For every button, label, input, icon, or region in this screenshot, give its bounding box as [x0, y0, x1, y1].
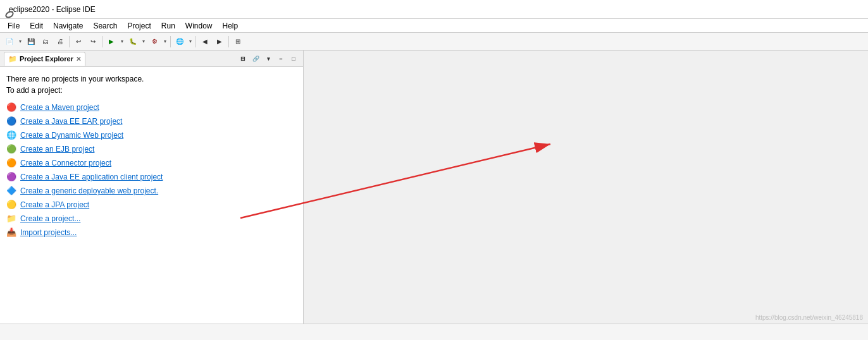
debug-dropdown[interactable]: ▾ — [140, 35, 147, 49]
save-btn[interactable]: 💾 — [24, 35, 38, 49]
jpa-icon: 🟡 — [6, 200, 16, 210]
left-panel: 📁 Project Explorer ✕ ⊟ 🔗 ▾ − □ There are… — [0, 51, 304, 324]
menu-item-edit[interactable]: Edit — [25, 20, 48, 32]
sep3 — [170, 36, 171, 47]
perspective-btn[interactable]: ⊞ — [231, 35, 245, 49]
sep1 — [69, 36, 70, 47]
minimize-btn[interactable]: − — [275, 53, 287, 64]
watermark: https://blog.csdn.net/weixin_46245818 — [755, 314, 863, 321]
view-menu-btn[interactable]: ▾ — [263, 53, 274, 64]
editor-area: https://blog.csdn.net/weixin_46245818 — [304, 51, 868, 324]
menu-item-file[interactable]: File — [3, 20, 25, 32]
project-link-item: 🔵Create a Java EE EAR project — [6, 116, 297, 126]
new-file-dropdown[interactable]: ▾ — [17, 35, 23, 49]
next-edit-btn[interactable]: ▶ — [213, 35, 226, 49]
prev-edit-btn[interactable]: ◀ — [198, 35, 212, 49]
project-link-item: 📥Import projects... — [6, 228, 297, 238]
project-link-item: 🟣Create a Java EE application client pro… — [6, 172, 297, 182]
save-all-btn[interactable]: 🗂 — [39, 35, 53, 49]
web-icon: 🌐 — [6, 130, 16, 140]
project-explorer-label: Project Explorer — [20, 55, 73, 63]
deployable-icon: 🔷 — [6, 186, 16, 196]
project-link-2[interactable]: Create a Dynamic Web project — [20, 131, 123, 140]
javaee-icon: 🔵 — [6, 116, 16, 126]
connector-icon: 🟠 — [6, 158, 16, 168]
undo-btn[interactable]: ↩ — [71, 35, 85, 49]
appclient-icon: 🟣 — [6, 172, 16, 182]
menu-item-search[interactable]: Search — [88, 20, 122, 32]
project-link-7[interactable]: Create a JPA project — [20, 200, 89, 209]
project-explorer-tab[interactable]: 📁 Project Explorer ✕ — [4, 52, 85, 66]
project-icon: 📁 — [6, 214, 16, 224]
project-link-6[interactable]: Create a generic deployable web project. — [20, 186, 158, 195]
print-btn[interactable]: 🖨 — [53, 35, 67, 49]
server-dropdown[interactable]: ▾ — [187, 35, 194, 49]
ejb-icon: 🟢 — [6, 144, 16, 154]
no-projects-line1: There are no projects in your workspace. — [6, 73, 297, 85]
redo-btn[interactable]: ↪ — [86, 35, 100, 49]
link-with-editor-btn[interactable]: 🔗 — [250, 53, 261, 64]
project-link-5[interactable]: Create a Java EE application client proj… — [20, 173, 163, 181]
new-file-btn[interactable]: 📄 — [3, 35, 16, 49]
ext-tools-btn[interactable]: ⚙ — [147, 35, 161, 49]
project-explorer-icon: 📁 — [8, 55, 17, 63]
menu-item-help[interactable]: Help — [218, 20, 244, 32]
project-link-item: 🔴Create a Maven project — [6, 102, 297, 112]
sep4 — [195, 36, 196, 47]
menu-item-navigate[interactable]: Navigate — [48, 20, 88, 32]
project-link-0[interactable]: Create a Maven project — [20, 103, 99, 112]
maven-icon: 🔴 — [6, 102, 16, 112]
project-link-item: 🟢Create an EJB project — [6, 144, 297, 154]
main-layout: 📁 Project Explorer ✕ ⊟ 🔗 ▾ − □ There are… — [0, 51, 868, 324]
window-title: eclipse2020 - Eclipse IDE — [9, 5, 96, 14]
run-dropdown[interactable]: ▾ — [119, 35, 125, 49]
import-icon: 📥 — [6, 228, 16, 238]
menu-bar: FileEditNavigateSearchProjectRunWindowHe… — [0, 19, 868, 33]
maximize-btn[interactable]: □ — [288, 53, 299, 64]
project-link-item: 🌐Create a Dynamic Web project — [6, 130, 297, 140]
project-link-9[interactable]: Import projects... — [20, 228, 77, 237]
server-btn[interactable]: 🌐 — [173, 35, 187, 49]
menu-item-run[interactable]: Run — [156, 20, 180, 32]
project-link-item: 🟡Create a JPA project — [6, 200, 297, 210]
project-link-item: 🟠Create a Connector project — [6, 158, 297, 168]
panel-header: 📁 Project Explorer ✕ ⊟ 🔗 ▾ − □ — [0, 51, 303, 67]
project-links-list: 🔴Create a Maven project🔵Create a Java EE… — [6, 102, 297, 238]
sep2 — [102, 36, 102, 47]
menu-item-window[interactable]: Window — [180, 20, 218, 32]
menu-item-project[interactable]: Project — [122, 20, 156, 32]
panel-close-btn[interactable]: ✕ — [76, 56, 81, 63]
project-link-item: 🔷Create a generic deployable web project… — [6, 186, 297, 196]
panel-content: There are no projects in your workspace.… — [0, 67, 303, 324]
ext-tools-dropdown[interactable]: ▾ — [162, 35, 168, 49]
no-projects-line2: To add a project: — [6, 85, 297, 96]
project-link-item: 📁Create a project... — [6, 214, 297, 224]
sep5 — [228, 36, 229, 47]
toolbar: 📄 ▾ 💾 🗂 🖨 ↩ ↪ ▶ ▾ 🐛 ▾ ⚙ ▾ 🌐 ▾ ◀ ▶ ⊞ — [0, 33, 868, 51]
project-link-3[interactable]: Create an EJB project — [20, 145, 94, 154]
collapse-all-btn[interactable]: ⊟ — [237, 53, 249, 64]
status-bar — [0, 324, 868, 340]
no-projects-message: There are no projects in your workspace.… — [6, 73, 297, 96]
run-btn[interactable]: ▶ — [104, 35, 118, 49]
project-link-8[interactable]: Create a project... — [20, 214, 80, 223]
project-link-1[interactable]: Create a Java EE EAR project — [20, 117, 122, 126]
debug-btn[interactable]: 🐛 — [126, 35, 140, 49]
title-bar: eclipse2020 - Eclipse IDE — [0, 0, 868, 19]
project-link-4[interactable]: Create a Connector project — [20, 159, 111, 167]
